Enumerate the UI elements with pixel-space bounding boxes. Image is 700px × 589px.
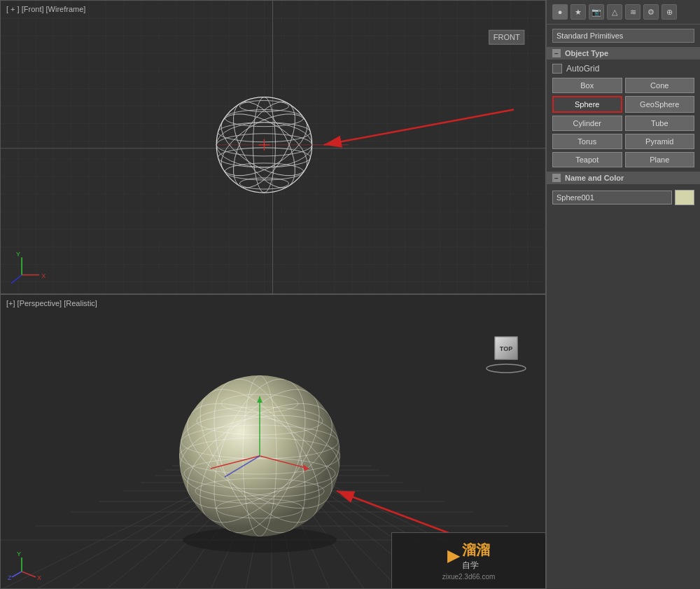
svg-text:TOP: TOP [500,345,512,352]
primitive-buttons-grid: Box Cone Sphere GeoSphere Cylinder Tube … [552,78,694,167]
viewport-bottom-label: [+] [Perspective] [Realistic] [6,299,97,307]
autogrid-row: AutoGrid [552,64,694,74]
svg-text:Z: Z [8,574,12,581]
watermark-site-text: 自学 [462,560,490,571]
watermark-logo-icon: ▶ [447,547,459,565]
svg-text:X: X [37,574,41,581]
svg-text:Y: Y [16,251,20,258]
autogrid-checkbox[interactable] [552,64,562,74]
plane-button[interactable]: Plane [625,152,695,167]
viewport-top-label: [ + ] [Front] [Wireframe] [6,5,85,13]
toolbar-icon-space[interactable]: ≋ [625,4,640,20]
object-name-input[interactable] [552,190,672,205]
box-button[interactable]: Box [552,78,622,93]
pyramid-button[interactable]: Pyramid [625,134,695,149]
toolbar-icon-helpers[interactable]: △ [607,4,622,20]
cone-button[interactable]: Cone [625,78,695,93]
name-color-section-header: − Name and Color [547,172,700,184]
geosphere-button[interactable]: GeoSphere [625,96,695,113]
svg-text:FRONT: FRONT [493,33,520,41]
object-type-content: AutoGrid Box Cone Sphere GeoSphere Cylin… [547,60,700,172]
name-color-label: Name and Color [565,174,624,182]
object-type-collapse-btn[interactable]: − [552,49,561,57]
sphere-button[interactable]: Sphere [552,96,622,113]
viewport-top[interactable]: [ + ] [Front] [Wireframe] [0,0,546,294]
category-dropdown[interactable]: Standard Primitives [552,29,694,43]
teapot-button[interactable]: Teapot [552,152,622,167]
watermark: ▶ 溜溜 自学 zixue2.3d66.com [391,532,545,588]
svg-text:X: X [41,272,46,279]
toolbar-icon-camera[interactable]: 📷 [589,4,604,20]
watermark-url: zixue2.3d66.com [442,573,496,581]
name-color-row [552,190,694,205]
toolbar-icon-light[interactable]: ★ [570,4,586,20]
autogrid-label: AutoGrid [566,64,599,74]
toolbar-icon-sphere[interactable]: ● [552,4,568,20]
object-type-label: Object Type [565,49,608,57]
viewport-area: [ + ] [Front] [Wireframe] [0,0,546,589]
grid-top: FRONT X Y [1,1,545,294]
right-panel: ● ★ 📷 △ ≋ ⚙ ⊕ Standard Primitives − Obje… [546,0,700,589]
main-layout: [ + ] [Front] [Wireframe] [0,0,700,589]
tube-button[interactable]: Tube [625,116,695,131]
svg-text:Y: Y [17,550,21,557]
color-swatch[interactable] [675,190,694,205]
name-color-collapse-btn[interactable]: − [552,174,561,182]
toolbar-icon-extra[interactable]: ⊕ [662,4,677,20]
toolbar-icon-systems[interactable]: ⚙ [643,4,659,20]
cylinder-button[interactable]: Cylinder [552,116,622,131]
torus-button[interactable]: Torus [552,134,622,149]
viewport-bottom[interactable]: [+] [Perspective] [Realistic] [0,294,546,589]
object-type-section-header: − Object Type [547,47,700,60]
watermark-logo-text: 溜溜 [462,541,490,560]
panel-toolbar: ● ★ 📷 △ ≋ ⚙ ⊕ [547,0,700,25]
name-color-content [547,184,700,211]
